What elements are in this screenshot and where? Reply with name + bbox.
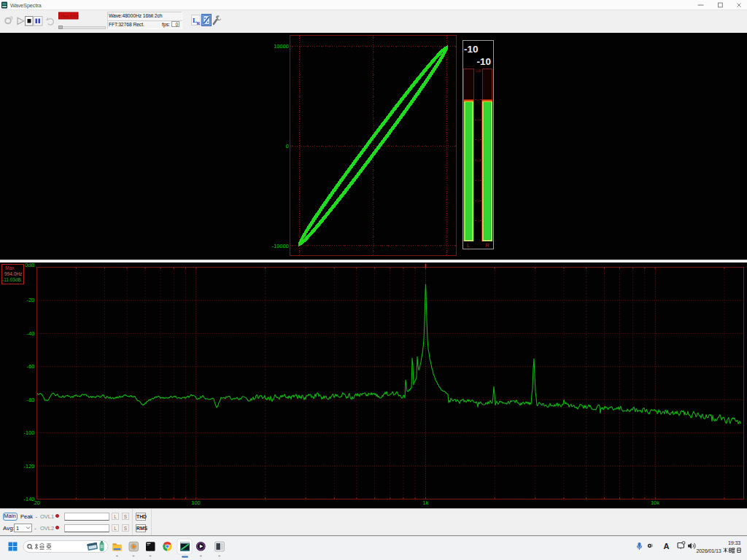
svg-text:-10: -10 xyxy=(464,44,479,55)
svg-text:70: 70 xyxy=(476,219,480,223)
svg-text:-40: -40 xyxy=(27,330,35,337)
svg-text:0dB: 0dB xyxy=(475,69,481,73)
svg-text:-20: -20 xyxy=(27,297,35,303)
svg-text:10k: 10k xyxy=(651,499,659,506)
svg-text:10: 10 xyxy=(476,98,480,102)
svg-text:30: 30 xyxy=(476,139,480,142)
svg-text:-10000: -10000 xyxy=(272,243,289,249)
svg-text:A: A xyxy=(664,542,670,551)
svg-text:60: 60 xyxy=(476,199,480,203)
svg-text:2026/01/13: 2026/01/13 xyxy=(697,548,721,554)
svg-text:-120: -120 xyxy=(23,463,34,470)
svg-text:994.0Hz: 994.0Hz xyxy=(4,271,22,276)
svg-text:0: 0 xyxy=(286,143,289,149)
svg-text:Max: Max xyxy=(5,265,15,271)
svg-text:-140: -140 xyxy=(23,496,34,502)
svg-text:0dB: 0dB xyxy=(25,262,34,268)
svg-text:20: 20 xyxy=(476,118,480,122)
svg-text:-100: -100 xyxy=(23,429,34,436)
svg-text:R: R xyxy=(485,243,489,248)
svg-text:-10: -10 xyxy=(476,56,491,67)
svg-text:-60: -60 xyxy=(27,363,35,370)
svg-text:L: L xyxy=(467,243,470,248)
svg-text:1k: 1k xyxy=(423,499,429,506)
svg-text:-11.03dB: -11.03dB xyxy=(2,277,21,282)
svg-text:19:33: 19:33 xyxy=(728,540,740,546)
svg-text:50: 50 xyxy=(476,179,480,182)
svg-text:10000: 10000 xyxy=(274,43,289,50)
svg-text:100: 100 xyxy=(191,499,201,506)
svg-text:40: 40 xyxy=(476,159,480,163)
svg-text:20: 20 xyxy=(34,499,40,506)
svg-text:-80: -80 xyxy=(27,397,35,403)
